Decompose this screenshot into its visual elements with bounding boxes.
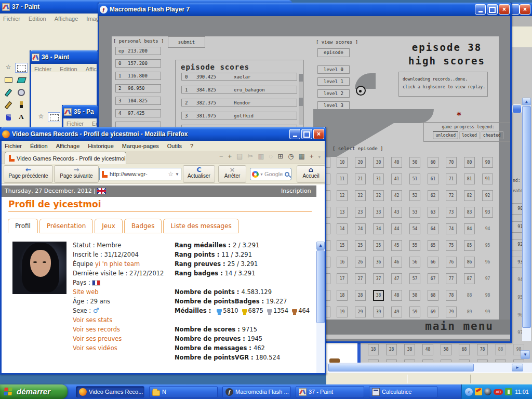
episode-22[interactable]: 22 <box>355 190 366 201</box>
close-button[interactable]: × <box>313 129 324 139</box>
episode-52[interactable]: 52 <box>409 190 420 201</box>
episode-41[interactable]: 41 <box>391 174 402 184</box>
background-window-partial-button[interactable] <box>512 104 522 113</box>
personal-best-row[interactable]: 497.425 <box>115 109 161 117</box>
forward-button[interactable]: → Page suivante <box>54 165 99 183</box>
episode-10[interactable]: 10 <box>337 157 348 168</box>
episode-81[interactable]: 81 <box>464 174 475 184</box>
episode-38[interactable]: 38 <box>404 344 415 355</box>
episode-18[interactable]: 18 <box>337 290 348 301</box>
episode-56[interactable]: 56 <box>409 257 420 268</box>
episode-63[interactable]: 63 <box>428 207 438 218</box>
tool-pencil-icon[interactable] <box>2 100 15 110</box>
back-button[interactable]: ← Page précédente <box>4 165 53 183</box>
spinner-icon[interactable] <box>269 152 273 160</box>
minimize-button[interactable] <box>475 4 486 15</box>
profile-tab-badges[interactable]: Badges <box>124 219 162 233</box>
antivirus-tray-icon[interactable] <box>475 388 482 395</box>
episode-24[interactable]: 24 <box>355 223 366 234</box>
taskbar-item-paint[interactable]: 37 - Paint <box>296 386 364 398</box>
scroll-up-icon[interactable]: ▲ <box>316 242 325 250</box>
episode-99[interactable]: 99 <box>482 307 493 317</box>
episode-23[interactable]: 23 <box>355 207 366 218</box>
episode-74[interactable]: 74 <box>446 223 457 234</box>
episode-78[interactable]: 78 <box>446 290 457 301</box>
episode-20[interactable]: 20 <box>355 157 366 168</box>
episode-68[interactable]: 68 <box>428 290 438 301</box>
episode-62[interactable]: 62 <box>428 190 438 201</box>
background-window-titlebar[interactable]: × <box>512 3 532 16</box>
ati-tray-icon[interactable]: ATI <box>494 389 503 395</box>
plus-icon[interactable] <box>228 152 232 160</box>
episode-89[interactable]: 89 <box>464 307 475 317</box>
profile-link[interactable]: Voir ses stats <box>73 316 112 324</box>
tool-color-picker-icon[interactable] <box>2 88 15 98</box>
episode-27[interactable]: 27 <box>355 273 366 284</box>
taskbar-item-flash[interactable]: Macromedia Flash ... <box>222 386 291 398</box>
episode-14[interactable]: 14 <box>337 223 348 234</box>
episode-26[interactable]: 26 <box>355 257 366 268</box>
episode-12[interactable]: 12 <box>337 190 348 201</box>
paint35-titlebar[interactable]: 35 - Pa <box>62 105 98 118</box>
episode-17[interactable]: 17 <box>337 273 348 284</box>
episode-19[interactable]: 19 <box>337 307 348 317</box>
view-level-3-button[interactable]: level 3 <box>317 101 350 110</box>
paint37-menu-item[interactable]: Fichier <box>3 16 20 22</box>
firefox-menu-item[interactable]: Marque-pages <box>122 143 159 149</box>
paint37-menu-item[interactable]: Edition <box>29 16 46 22</box>
tool-magnifier-icon[interactable] <box>15 88 28 98</box>
episode-73[interactable]: 73 <box>446 207 457 218</box>
profile-tab-pr-sentation[interactable]: Présentation <box>39 219 93 233</box>
episode-31[interactable]: 31 <box>373 174 384 184</box>
pointer-device-tray-icon[interactable] <box>484 388 491 395</box>
episode-score-row[interactable]: 0390.425xaelar <box>181 73 297 81</box>
profile-tab-jeux[interactable]: Jeux <box>95 219 123 233</box>
firefox-titlebar[interactable]: Video Games Records - Profil de yicestmo… <box>0 127 326 141</box>
tool-select-icon[interactable] <box>48 112 60 122</box>
episode-39[interactable]: 39 <box>373 307 384 317</box>
cut-icon[interactable] <box>247 152 253 160</box>
episode-29[interactable]: 29 <box>355 307 366 317</box>
paint36-menu-item[interactable]: Affichage <box>86 66 97 72</box>
episode-50[interactable]: 50 <box>409 157 420 168</box>
tool-free-select-icon[interactable] <box>35 112 47 122</box>
episode-28[interactable]: 28 <box>386 344 397 355</box>
maximize-button[interactable] <box>301 129 312 139</box>
add-icon[interactable] <box>310 152 314 160</box>
taskbar-item-calculator[interactable]: Calculatrice <box>369 386 437 398</box>
episode-83[interactable]: 83 <box>464 207 475 218</box>
tool-text-icon[interactable] <box>15 113 28 123</box>
taskbar-item-firefox[interactable]: Video Games Reco... <box>76 386 144 398</box>
episode-72[interactable]: 72 <box>446 190 457 201</box>
episode-86[interactable]: 86 <box>464 257 475 268</box>
episode-88[interactable]: 88 <box>464 290 475 301</box>
refresh-button[interactable]: C Actualiser <box>183 165 215 183</box>
view-level-1-button[interactable]: level 1 <box>317 77 350 86</box>
episode-38[interactable]: 38 <box>373 290 384 301</box>
search-placeholder[interactable]: Google <box>264 171 283 177</box>
firefox-menu-item[interactable]: Fichier <box>5 143 22 149</box>
episode-34[interactable]: 34 <box>373 223 384 234</box>
history-icon[interactable] <box>288 152 294 160</box>
episode-43[interactable]: 43 <box>391 207 402 218</box>
tool-airbrush-icon[interactable] <box>2 113 15 123</box>
start-button[interactable]: démarrer <box>0 384 68 399</box>
firefox-menu-item[interactable]: Affichage <box>56 143 80 149</box>
site-web-link[interactable]: Site web <box>73 288 99 296</box>
scrollbar-thumb[interactable] <box>299 74 303 82</box>
episode-59[interactable]: 59 <box>409 307 420 317</box>
episode-40[interactable]: 40 <box>391 157 402 168</box>
view-level-2-button[interactable]: level 2 <box>317 89 350 98</box>
episode-95[interactable]: 95 <box>482 240 493 251</box>
episode-58[interactable]: 58 <box>409 290 420 301</box>
view-episode-button[interactable]: episode <box>317 48 350 57</box>
episode-67[interactable]: 67 <box>428 273 438 284</box>
profile-tab-profil[interactable]: Profil <box>8 219 38 233</box>
personal-best-row[interactable]: 0157.200 <box>115 59 161 68</box>
episode-48[interactable]: 48 <box>422 344 433 355</box>
view-level-0-button[interactable]: level 0 <box>317 65 350 74</box>
vertical-scrollbar[interactable]: ▲ ▼ <box>316 242 325 373</box>
firefox-menu-item[interactable]: Historique <box>88 143 114 149</box>
episode-18[interactable]: 18 <box>368 344 379 355</box>
paint35-menu-item[interactable]: Fichier <box>66 121 84 127</box>
